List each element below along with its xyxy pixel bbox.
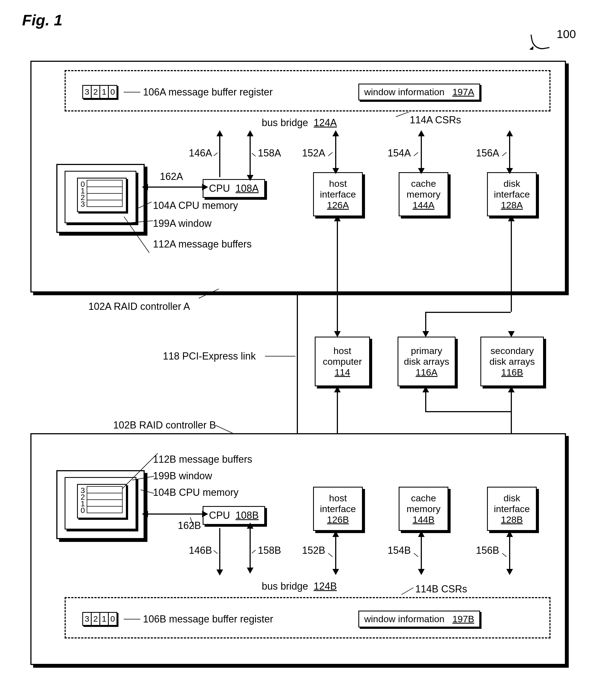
leader-line xyxy=(265,356,295,356)
arrowhead-down-icon xyxy=(418,569,425,575)
host-computer: host computer 114 xyxy=(315,336,370,386)
arrowhead-left-icon xyxy=(142,511,148,517)
mem-buffers-label-a: 112A message buffers xyxy=(153,239,252,250)
l158a: 158A xyxy=(258,147,281,159)
arrowhead-up-icon xyxy=(423,386,429,392)
arrowhead-down-icon xyxy=(247,568,254,574)
mbr-cell: 1 xyxy=(99,85,109,99)
mem-cpu-label-a: 104A CPU memory xyxy=(153,200,238,211)
mem-num: 3 xyxy=(80,200,85,208)
arrow-line xyxy=(249,528,251,568)
wi-ref: 197A xyxy=(452,86,474,97)
mbr-cell: 3 xyxy=(82,85,92,99)
arrowhead-down-icon xyxy=(332,569,339,575)
cache-memory-b: cache memory 144B xyxy=(399,487,448,531)
controller-a: 3 2 1 0 106A message buffer register win… xyxy=(30,61,566,293)
arrowhead-down-icon xyxy=(332,168,339,174)
l156b: 156B xyxy=(476,545,499,556)
arrowhead-down-icon xyxy=(418,168,425,174)
mbr-b-label: 106B message buffer register xyxy=(143,614,273,625)
arrow-line xyxy=(421,136,422,169)
leader-line xyxy=(396,112,409,117)
mbr-cell: 3 xyxy=(82,612,92,626)
csrs-b-label: 114B CSRs xyxy=(415,583,467,595)
disk-interface-b: disk interface 128B xyxy=(487,487,537,531)
mbr-cell: 0 xyxy=(108,612,117,626)
csrs-a: 3 2 1 0 106A message buffer register win… xyxy=(65,70,551,111)
mbr-a-label: 106A message buffer register xyxy=(143,86,273,98)
arrowhead-up-icon xyxy=(216,130,223,136)
arrow-line xyxy=(511,221,512,312)
mbr-cell: 1 xyxy=(99,612,109,626)
arrowhead-right-icon xyxy=(202,184,208,191)
disk-interface-a: disk interface 128A xyxy=(487,172,537,216)
mbr-cell: 2 xyxy=(91,85,100,99)
leader-line xyxy=(215,425,233,433)
arrow-line xyxy=(425,312,426,334)
arrowhead-up-icon xyxy=(418,130,425,136)
l152b: 152B xyxy=(302,545,325,556)
mem-num: 0 xyxy=(80,506,85,515)
leader-line xyxy=(502,553,507,557)
mem-rows-a xyxy=(87,180,123,207)
arrow-line xyxy=(425,392,426,412)
pci-link-line xyxy=(297,295,298,433)
mbr-cell: 2 xyxy=(91,612,100,626)
l162a: 162A xyxy=(160,171,183,182)
mem-buffers-label-b: 112B message buffers xyxy=(153,454,252,465)
l158b: 158B xyxy=(258,545,281,556)
bus-bridge-a-label: bus bridge 124A xyxy=(241,117,357,129)
arrowhead-left-icon xyxy=(142,184,148,191)
host-interface-b: host interface 126B xyxy=(313,487,363,531)
l162b: 162B xyxy=(178,520,201,531)
arrowhead-up-icon xyxy=(508,215,515,221)
cache-memory-a: cache memory 144A xyxy=(399,172,448,216)
csrs-b: 3 2 1 0 106B message buffer register win… xyxy=(65,597,551,639)
arrowhead-down-icon xyxy=(247,175,254,181)
ref-100: 100 xyxy=(556,28,576,41)
arrow-line xyxy=(335,136,336,169)
leader-line xyxy=(124,619,140,620)
arrow-line xyxy=(425,312,511,313)
controller-b-label: 102B RAID controller B xyxy=(113,419,216,431)
arrow-line xyxy=(425,411,511,412)
host-interface-a: host interface 126A xyxy=(313,172,363,216)
arrow-line xyxy=(147,186,202,188)
l154b: 154B xyxy=(388,545,411,556)
arrowhead-up-icon xyxy=(247,523,254,529)
wi-text: window information xyxy=(364,86,445,97)
mem-rows-b xyxy=(87,487,123,513)
arrowhead-down-icon xyxy=(216,570,223,576)
l152a: 152A xyxy=(302,147,325,159)
controller-a-label: 102A RAID controller A xyxy=(88,301,190,312)
arrow-line xyxy=(219,528,220,570)
arrowhead-up-icon xyxy=(247,130,254,136)
diagram-page: Fig. 1 100 3 2 1 0 106A message buffer r… xyxy=(11,11,587,689)
arrowhead-down-icon xyxy=(506,168,513,174)
arrowhead-down-icon xyxy=(334,331,341,337)
arrowhead-down-icon xyxy=(423,331,429,337)
cpu-a: CPU 108A xyxy=(202,179,265,198)
arrowhead-up-icon xyxy=(418,531,425,537)
curved-arrow-icon xyxy=(530,32,550,51)
leader-line xyxy=(124,92,140,93)
primary-disk-arrays: primary disk arrays 116A xyxy=(398,336,456,386)
arrow-line xyxy=(509,536,510,570)
bus-bridge-b-label: bus bridge 124B xyxy=(241,580,357,592)
arrow-line xyxy=(337,221,338,331)
mem-window-label-a: 199A window xyxy=(153,218,212,229)
secondary-disk-arrays: secondary disk arrays 116B xyxy=(480,336,544,386)
wi-ref: 197B xyxy=(452,614,474,624)
l146a: 146A xyxy=(189,147,212,159)
arrow-line xyxy=(335,536,336,570)
mbr-cell: 0 xyxy=(108,85,117,99)
mbr-a-cells: 3 2 1 0 xyxy=(82,85,117,99)
l146b: 146B xyxy=(189,545,212,556)
window-info-b: window information 197B xyxy=(358,610,480,627)
arrowhead-down-icon xyxy=(508,331,515,337)
csrs-a-label: 114A CSRs xyxy=(410,114,461,126)
arrow-line xyxy=(509,136,510,169)
arrowhead-up-icon xyxy=(334,386,341,392)
leader-line xyxy=(328,152,333,156)
leader-line xyxy=(213,550,218,554)
